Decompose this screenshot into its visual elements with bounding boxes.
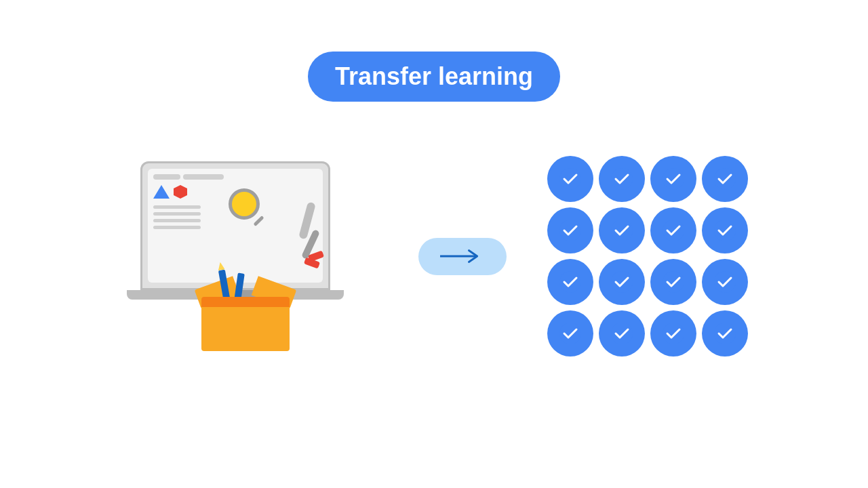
check-circle-4-2	[599, 310, 645, 357]
line-2	[153, 212, 201, 216]
checkmark-icon	[610, 322, 633, 345]
svg-point-4	[714, 168, 736, 190]
svg-point-10	[611, 271, 633, 293]
magnifier-icon	[229, 188, 269, 229]
checkmark-icon	[662, 167, 685, 190]
screen-bar-1	[153, 174, 180, 180]
check-circle-1-1	[547, 156, 593, 202]
checkmark-icon	[662, 219, 685, 242]
check-circle-1-2	[599, 156, 645, 202]
screen-left	[153, 185, 201, 229]
svg-point-13	[559, 323, 581, 344]
svg-point-1	[559, 168, 581, 190]
checkmark-icon	[662, 270, 685, 293]
illustration	[120, 161, 378, 351]
check-circle-2-2	[599, 207, 645, 253]
check-circle-3-3	[650, 259, 696, 305]
box-illustration	[201, 283, 290, 351]
screen-lines	[153, 205, 201, 229]
checkmark-icon	[610, 167, 633, 190]
checkmark-icon	[713, 322, 736, 345]
svg-point-6	[611, 220, 633, 241]
check-circle-3-2	[599, 259, 645, 305]
check-circle-3-4	[702, 259, 748, 305]
shape-row	[153, 185, 201, 199]
svg-point-14	[611, 323, 633, 344]
check-circle-1-3	[650, 156, 696, 202]
arrow-container	[418, 238, 507, 275]
arrow-pill	[418, 238, 507, 275]
svg-point-11	[663, 271, 684, 293]
page: Transfer learning	[0, 0, 868, 488]
check-circle-4-1	[547, 310, 593, 357]
checkmark-icon	[713, 270, 736, 293]
checkmark-icon	[559, 167, 582, 190]
check-circle-3-1	[547, 259, 593, 305]
line-3	[153, 219, 201, 222]
checkmark-icon	[713, 167, 736, 190]
check-circle-2-1	[547, 207, 593, 253]
screen-top-bar	[153, 174, 317, 180]
check-grid	[547, 156, 748, 357]
checkmark-icon	[610, 270, 633, 293]
box-body	[201, 297, 290, 351]
triangle-shape	[153, 185, 170, 199]
title-badge: Transfer learning	[308, 52, 560, 102]
check-circle-4-4	[702, 310, 748, 357]
line-1	[153, 205, 201, 209]
check-circle-2-3	[650, 207, 696, 253]
check-circle-1-4	[702, 156, 748, 202]
hexagon-shape	[174, 185, 187, 199]
svg-point-15	[663, 323, 684, 344]
checkmark-icon	[713, 219, 736, 242]
checkmark-icon	[559, 270, 582, 293]
checkmark-icon	[610, 219, 633, 242]
svg-point-7	[663, 220, 684, 241]
title-text: Transfer learning	[335, 62, 533, 90]
check-circle-4-3	[650, 310, 696, 357]
svg-point-16	[714, 323, 736, 344]
magnifier-handle	[253, 216, 264, 226]
robot-arm-icon	[283, 202, 337, 270]
screen-bar-2	[183, 174, 224, 180]
check-circle-2-4	[702, 207, 748, 253]
line-4	[153, 226, 201, 229]
svg-point-3	[663, 168, 684, 190]
arrow-icon	[440, 248, 485, 264]
checkmark-icon	[559, 322, 582, 345]
svg-point-9	[559, 271, 581, 293]
svg-point-12	[714, 271, 736, 293]
checkmark-icon	[559, 219, 582, 242]
magnifier-glass	[229, 188, 260, 220]
checkmark-icon	[662, 322, 685, 345]
svg-point-8	[714, 220, 736, 241]
svg-point-2	[611, 168, 633, 190]
svg-point-5	[559, 220, 581, 241]
content-row	[0, 156, 868, 357]
